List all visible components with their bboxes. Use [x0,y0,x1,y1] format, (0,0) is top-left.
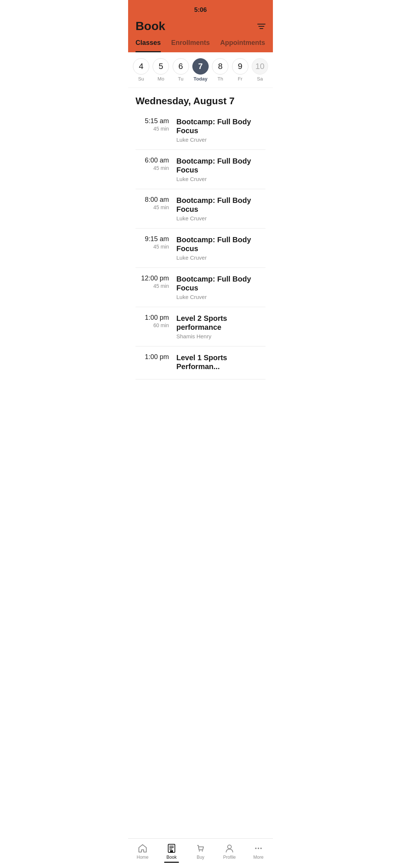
time-main-2: 6:00 am [136,157,169,164]
day-item-tue[interactable]: 6 Tu [172,58,190,82]
class-instructor-6: Shamis Henry [176,333,265,339]
day-name-mon: Mo [157,76,164,82]
time-main-1: 5:15 am [136,117,169,125]
class-time-4: 9:15 am 45 min [136,235,176,250]
day-number-8: 8 [212,58,228,75]
class-info-2: Bootcamp: Full Body Focus Luke Cruver [176,157,265,182]
class-info-3: Bootcamp: Full Body Focus Luke Cruver [176,196,265,221]
class-time-2: 6:00 am 45 min [136,157,176,171]
class-item-5[interactable]: 12:00 pm 45 min Bootcamp: Full Body Focu… [136,268,265,307]
tabs-bar: Classes Enrollments Appointments [128,33,273,52]
class-info-1: Bootcamp: Full Body Focus Luke Cruver [176,117,265,143]
day-item-sun[interactable]: 4 Su [132,58,150,82]
class-item-3[interactable]: 8:00 am 45 min Bootcamp: Full Body Focus… [136,189,265,228]
date-heading: Wednesday, August 7 [128,88,273,111]
class-info-6: Level 2 Sports performance Shamis Henry [176,314,265,339]
class-item-7[interactable]: 1:00 pm Level 1 Sports Performan... [136,346,265,379]
day-number-5: 5 [153,58,169,75]
class-instructor-2: Luke Cruver [176,176,265,182]
day-name-thu: Th [218,76,223,82]
time-duration-2: 45 min [136,165,169,171]
time-main-3: 8:00 am [136,196,169,204]
class-name-5: Bootcamp: Full Body Focus [176,274,265,292]
tab-enrollments[interactable]: Enrollments [171,39,210,52]
class-info-4: Bootcamp: Full Body Focus Luke Cruver [176,235,265,261]
day-name-tue: Tu [178,76,183,82]
class-instructor-3: Luke Cruver [176,215,265,221]
class-name-4: Bootcamp: Full Body Focus [176,235,265,253]
class-item-2[interactable]: 6:00 am 45 min Bootcamp: Full Body Focus… [136,150,265,189]
time-duration-3: 45 min [136,204,169,210]
day-number-10: 10 [252,58,268,75]
day-number-7: 7 [192,58,209,75]
filter-line-2 [258,26,264,27]
class-instructor-5: Luke Cruver [176,294,265,300]
time-main-7: 1:00 pm [136,353,169,361]
filter-line-1 [257,24,265,24]
calendar-strip: 4 Su 5 Mo 6 Tu 7 Today 8 Th 9 Fr 10 Sa [128,52,273,88]
time-main-4: 9:15 am [136,235,169,243]
status-bar: 5:06 [128,0,273,16]
status-time: 5:06 [194,6,207,14]
day-item-sat[interactable]: 10 Sa [251,58,269,82]
class-time-6: 1:00 pm 60 min [136,314,176,328]
day-number-4: 4 [133,58,149,75]
time-duration-6: 60 min [136,322,169,328]
day-item-fri[interactable]: 9 Fr [231,58,250,82]
time-duration-5: 45 min [136,283,169,289]
day-number-6: 6 [173,58,189,75]
day-item-mon[interactable]: 5 Mo [151,58,170,82]
class-name-6: Level 2 Sports performance [176,314,265,332]
class-time-5: 12:00 pm 45 min [136,274,176,289]
class-name-7: Level 1 Sports Performan... [176,353,265,371]
tab-classes[interactable]: Classes [136,39,161,52]
content-area: 4 Su 5 Mo 6 Tu 7 Today 8 Th 9 Fr 10 Sa W… [128,52,273,413]
day-name-fri: Fr [238,76,242,82]
class-name-3: Bootcamp: Full Body Focus [176,196,265,214]
time-duration-4: 45 min [136,244,169,250]
class-instructor-4: Luke Cruver [176,254,265,261]
class-item-4[interactable]: 9:15 am 45 min Bootcamp: Full Body Focus… [136,228,265,268]
filter-button[interactable] [257,24,265,29]
time-main-5: 12:00 pm [136,274,169,282]
page-title: Book [136,19,165,33]
class-list: 5:15 am 45 min Bootcamp: Full Body Focus… [128,111,273,379]
tab-appointments[interactable]: Appointments [220,39,265,52]
header: Book [128,16,273,33]
day-name-sun: Su [138,76,144,82]
day-number-9: 9 [232,58,248,75]
class-time-3: 8:00 am 45 min [136,196,176,210]
day-name-sat: Sa [257,76,263,82]
day-item-thu[interactable]: 8 Th [211,58,229,82]
class-time-1: 5:15 am 45 min [136,117,176,132]
day-name-today: Today [193,76,207,82]
day-item-today[interactable]: 7 Today [191,58,210,82]
class-instructor-1: Luke Cruver [176,137,265,143]
class-name-1: Bootcamp: Full Body Focus [176,117,265,135]
class-item-1[interactable]: 5:15 am 45 min Bootcamp: Full Body Focus… [136,111,265,150]
class-name-2: Bootcamp: Full Body Focus [176,157,265,174]
filter-line-3 [260,28,263,29]
class-time-7: 1:00 pm [136,353,176,362]
class-info-5: Bootcamp: Full Body Focus Luke Cruver [176,274,265,300]
time-duration-1: 45 min [136,126,169,132]
time-main-6: 1:00 pm [136,314,169,322]
class-item-6[interactable]: 1:00 pm 60 min Level 2 Sports performanc… [136,307,265,346]
class-info-7: Level 1 Sports Performan... [176,353,265,372]
